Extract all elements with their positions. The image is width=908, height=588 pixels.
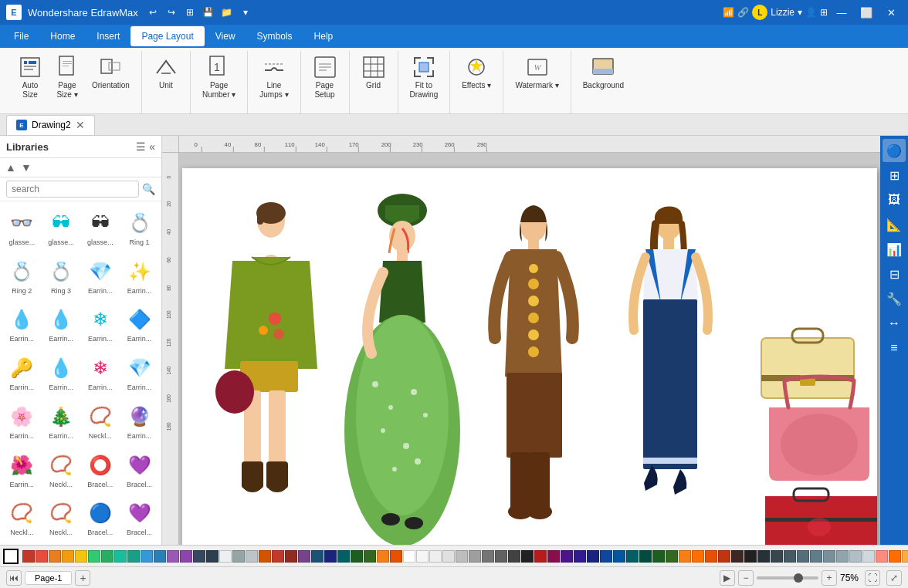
- color-swatch[interactable]: [889, 550, 901, 563]
- lib-item-glasses3[interactable]: 🕶glasse...: [82, 204, 120, 252]
- color-swatch[interactable]: [574, 550, 586, 563]
- color-swatch[interactable]: [259, 550, 271, 563]
- color-swatch[interactable]: [849, 550, 862, 563]
- background-button[interactable]: Background: [578, 51, 629, 103]
- color-swatch[interactable]: [49, 550, 61, 563]
- color-swatch[interactable]: [823, 550, 835, 563]
- right-panel-btn-7[interactable]: 🔧: [883, 287, 906, 310]
- open-button[interactable]: 📁: [219, 4, 235, 21]
- right-panel-btn-5[interactable]: 📊: [883, 238, 906, 261]
- lib-item-earring7[interactable]: 🔑Earrin...: [3, 350, 41, 397]
- lib-item-glasses2[interactable]: 🕶glasse...: [42, 204, 80, 252]
- color-swatch[interactable]: [862, 550, 875, 563]
- color-swatch[interactable]: [469, 550, 481, 563]
- color-swatch[interactable]: [36, 550, 48, 563]
- color-swatch[interactable]: [351, 550, 363, 563]
- minimize-button[interactable]: —: [831, 4, 852, 21]
- color-swatch[interactable]: [757, 550, 770, 563]
- right-panel-btn-4[interactable]: 📐: [883, 213, 906, 236]
- color-swatch[interactable]: [403, 550, 415, 563]
- color-swatch[interactable]: [377, 550, 389, 563]
- color-swatch[interactable]: [784, 550, 796, 563]
- right-panel-btn-1[interactable]: 🔵: [883, 139, 906, 162]
- sidebar-nav-down[interactable]: ▼: [19, 160, 34, 175]
- color-swatch[interactable]: [75, 550, 87, 563]
- color-swatch[interactable]: [88, 550, 100, 563]
- color-swatch[interactable]: [679, 550, 691, 563]
- color-swatch[interactable]: [127, 550, 140, 563]
- canvas-scroll[interactable]: [179, 153, 880, 545]
- effects-button[interactable]: Effects ▾: [456, 51, 496, 103]
- redo-button[interactable]: ↪: [163, 4, 180, 21]
- lib-item-earring1[interactable]: 💎Earrin...: [82, 253, 120, 300]
- color-swatch[interactable]: [718, 550, 730, 563]
- color-swatch[interactable]: [902, 550, 908, 563]
- zoom-in-button[interactable]: +: [822, 570, 837, 586]
- menu-home[interactable]: Home: [39, 26, 86, 46]
- color-swatch[interactable]: [626, 550, 639, 563]
- user-dropdown-icon[interactable]: ▾: [798, 7, 802, 18]
- lib-item-earring3[interactable]: 💧Earrin...: [3, 301, 41, 348]
- color-swatch[interactable]: [482, 550, 494, 563]
- color-swatch[interactable]: [797, 550, 809, 563]
- color-swatch[interactable]: [167, 550, 179, 563]
- menu-page-layout[interactable]: Page Layout: [130, 26, 204, 46]
- lib-item-necklace2[interactable]: 📿Neckl...: [42, 447, 80, 494]
- color-swatch[interactable]: [534, 550, 547, 563]
- color-swatch[interactable]: [508, 550, 520, 563]
- sidebar-collapse-icon[interactable]: «: [149, 140, 155, 153]
- color-swatch[interactable]: [521, 550, 534, 563]
- color-swatch[interactable]: [180, 550, 192, 563]
- prev-page-button[interactable]: ⏮: [6, 570, 22, 586]
- add-page-button[interactable]: +: [75, 570, 90, 586]
- zoom-out-button[interactable]: −: [738, 570, 754, 586]
- color-swatch[interactable]: [62, 550, 74, 563]
- lib-item-necklace4[interactable]: 📿Neckl...: [42, 495, 80, 542]
- lib-item-bracelet4[interactable]: 💜Bracel...: [120, 495, 158, 542]
- right-panel-btn-9[interactable]: ≡: [883, 336, 906, 360]
- fullscreen-button[interactable]: ⤢: [886, 570, 902, 586]
- grid-button[interactable]: Grid: [356, 51, 391, 103]
- color-swatch[interactable]: [456, 550, 468, 563]
- right-panel-btn-2[interactable]: ⊞: [883, 164, 906, 187]
- menu-symbols[interactable]: Symbols: [246, 26, 303, 46]
- lib-item-earring5[interactable]: ❄Earrin...: [82, 301, 120, 348]
- lib-item-earring11[interactable]: 🌸Earrin...: [3, 398, 41, 445]
- color-swatch[interactable]: [246, 550, 258, 563]
- sidebar-nav-up[interactable]: ▲: [3, 160, 19, 175]
- undo-button[interactable]: ↩: [144, 4, 161, 21]
- color-swatch[interactable]: [810, 550, 822, 563]
- search-input[interactable]: [6, 181, 139, 198]
- lib-item-earring6[interactable]: 🔷Earrin...: [120, 301, 158, 348]
- dropdown-button[interactable]: ▾: [237, 4, 254, 21]
- color-swatch[interactable]: [114, 550, 127, 563]
- color-swatch[interactable]: [442, 550, 455, 563]
- color-swatch[interactable]: [22, 550, 35, 563]
- color-swatch[interactable]: [771, 550, 783, 563]
- line-jumps-button[interactable]: LineJumps ▾: [254, 51, 293, 103]
- right-panel-btn-3[interactable]: 🖼: [883, 188, 906, 211]
- page-size-button[interactable]: PageSize ▾: [49, 51, 85, 103]
- color-swatch[interactable]: [272, 550, 284, 563]
- lib-item-ring1[interactable]: 💍Ring 1: [120, 204, 158, 252]
- lib-item-bracelet2[interactable]: 💜Bracel...: [120, 447, 158, 494]
- lib-item-glasses1[interactable]: 👓glasse...: [3, 204, 41, 252]
- menu-view[interactable]: View: [205, 26, 246, 46]
- new-button[interactable]: ⊞: [181, 4, 198, 21]
- color-swatch[interactable]: [587, 550, 599, 563]
- zoom-thumb[interactable]: [794, 573, 803, 583]
- maximize-button[interactable]: ⬜: [855, 4, 877, 21]
- right-panel-btn-6[interactable]: ⊟: [883, 262, 906, 286]
- color-swatch[interactable]: [495, 550, 507, 563]
- color-swatch[interactable]: [101, 550, 114, 563]
- color-swatch[interactable]: [232, 550, 245, 563]
- lib-item-necklace1[interactable]: 📿Neckl...: [82, 398, 120, 445]
- color-swatch[interactable]: [639, 550, 652, 563]
- color-swatch[interactable]: [311, 550, 324, 563]
- search-icon[interactable]: 🔍: [142, 183, 155, 195]
- lib-item-ring3[interactable]: 💍Ring 3: [42, 253, 80, 300]
- drawing2-tab[interactable]: E Drawing2 ✕: [6, 115, 95, 135]
- page-number-button[interactable]: 1 PageNumber ▾: [197, 51, 241, 103]
- color-swatch[interactable]: [324, 550, 337, 563]
- color-swatch[interactable]: [429, 550, 442, 563]
